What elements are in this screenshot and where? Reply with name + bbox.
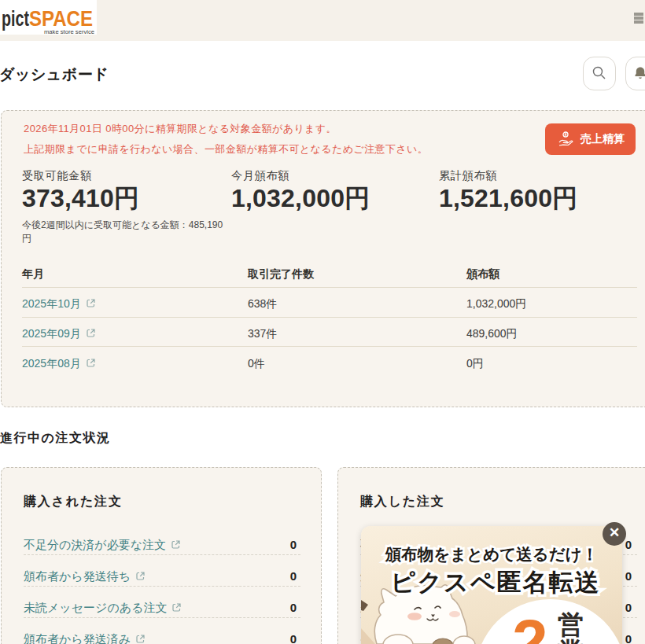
svg-text:営: 営	[558, 610, 584, 639]
svg-text:頒布物をまとめて送るだけ！: 頒布物をまとめて送るだけ！	[385, 545, 598, 564]
svg-text:SPACE: SPACE	[29, 6, 93, 31]
svg-text:ピクスペ匿名転送: ピクスペ匿名転送	[391, 569, 601, 596]
svg-text:make store service: make store service	[44, 28, 95, 35]
svg-text:pict: pict	[2, 6, 29, 31]
svg-text:業: 業	[557, 637, 584, 644]
svg-text:2: 2	[512, 606, 548, 644]
